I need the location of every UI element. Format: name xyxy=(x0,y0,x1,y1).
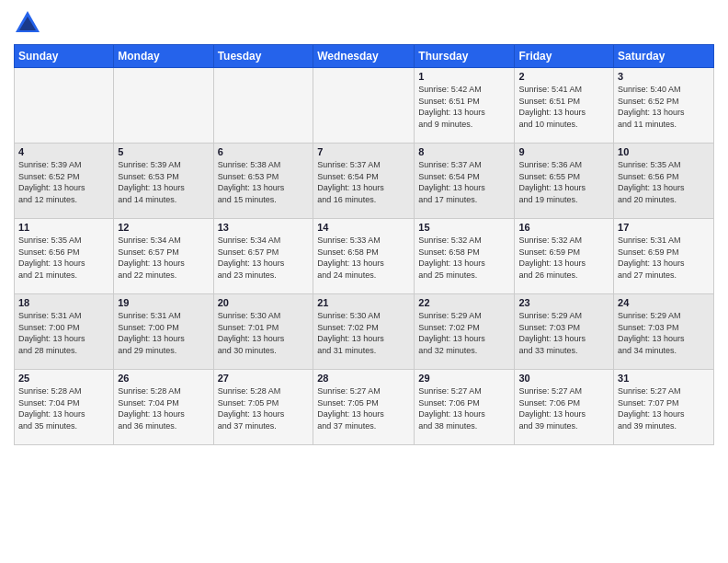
calendar-cell: 11Sunrise: 5:35 AM Sunset: 6:56 PM Dayli… xyxy=(15,219,114,294)
calendar-cell: 27Sunrise: 5:28 AM Sunset: 7:05 PM Dayli… xyxy=(213,370,313,445)
day-info: Sunrise: 5:34 AM Sunset: 6:57 PM Dayligh… xyxy=(118,235,209,281)
day-number: 22 xyxy=(418,297,510,308)
header-row: SundayMondayTuesdayWednesdayThursdayFrid… xyxy=(15,45,714,68)
day-info: Sunrise: 5:28 AM Sunset: 7:04 PM Dayligh… xyxy=(118,385,209,431)
calendar-body: 1Sunrise: 5:42 AM Sunset: 6:51 PM Daylig… xyxy=(15,68,714,445)
day-number: 1 xyxy=(418,71,510,82)
calendar-cell: 8Sunrise: 5:37 AM Sunset: 6:54 PM Daylig… xyxy=(415,144,515,219)
day-info: Sunrise: 5:28 AM Sunset: 7:05 PM Dayligh… xyxy=(218,385,310,431)
calendar-cell: 25Sunrise: 5:28 AM Sunset: 7:04 PM Dayli… xyxy=(15,370,114,445)
calendar-cell xyxy=(15,68,114,144)
day-info: Sunrise: 5:27 AM Sunset: 7:06 PM Dayligh… xyxy=(518,385,609,431)
day-number: 8 xyxy=(418,146,510,157)
day-info: Sunrise: 5:31 AM Sunset: 7:00 PM Dayligh… xyxy=(118,310,209,356)
calendar-cell: 22Sunrise: 5:29 AM Sunset: 7:02 PM Dayli… xyxy=(415,294,515,370)
day-number: 25 xyxy=(18,373,109,384)
day-info: Sunrise: 5:30 AM Sunset: 7:01 PM Dayligh… xyxy=(218,310,310,356)
day-info: Sunrise: 5:36 AM Sunset: 6:55 PM Dayligh… xyxy=(518,159,609,205)
logo xyxy=(14,9,45,37)
calendar-cell: 3Sunrise: 5:40 AM Sunset: 6:52 PM Daylig… xyxy=(614,68,714,144)
day-info: Sunrise: 5:27 AM Sunset: 7:05 PM Dayligh… xyxy=(317,385,410,431)
day-info: Sunrise: 5:31 AM Sunset: 7:00 PM Dayligh… xyxy=(18,310,109,356)
day-number: 11 xyxy=(18,222,109,233)
day-number: 4 xyxy=(18,146,109,157)
day-number: 12 xyxy=(118,222,209,233)
header-sunday: Sunday xyxy=(15,45,114,68)
day-number: 16 xyxy=(518,222,609,233)
calendar-cell: 7Sunrise: 5:37 AM Sunset: 6:54 PM Daylig… xyxy=(313,144,415,219)
day-number: 13 xyxy=(218,222,310,233)
day-info: Sunrise: 5:38 AM Sunset: 6:53 PM Dayligh… xyxy=(218,159,310,205)
calendar-table: SundayMondayTuesdayWednesdayThursdayFrid… xyxy=(14,44,714,445)
calendar-cell: 9Sunrise: 5:36 AM Sunset: 6:55 PM Daylig… xyxy=(515,144,614,219)
day-info: Sunrise: 5:39 AM Sunset: 6:52 PM Dayligh… xyxy=(18,159,109,205)
day-info: Sunrise: 5:37 AM Sunset: 6:54 PM Dayligh… xyxy=(317,159,410,205)
calendar-header: SundayMondayTuesdayWednesdayThursdayFrid… xyxy=(15,45,714,68)
day-number: 7 xyxy=(317,146,410,157)
day-info: Sunrise: 5:35 AM Sunset: 6:56 PM Dayligh… xyxy=(618,159,710,205)
logo-icon xyxy=(14,9,41,37)
calendar-cell: 20Sunrise: 5:30 AM Sunset: 7:01 PM Dayli… xyxy=(213,294,313,370)
calendar-cell xyxy=(313,68,415,144)
calendar-cell: 26Sunrise: 5:28 AM Sunset: 7:04 PM Dayli… xyxy=(114,370,213,445)
day-info: Sunrise: 5:35 AM Sunset: 6:56 PM Dayligh… xyxy=(18,235,109,281)
day-info: Sunrise: 5:29 AM Sunset: 7:03 PM Dayligh… xyxy=(618,310,710,356)
calendar-cell xyxy=(114,68,213,144)
calendar-cell: 18Sunrise: 5:31 AM Sunset: 7:00 PM Dayli… xyxy=(15,294,114,370)
calendar-cell: 30Sunrise: 5:27 AM Sunset: 7:06 PM Dayli… xyxy=(515,370,614,445)
week-row-5: 25Sunrise: 5:28 AM Sunset: 7:04 PM Dayli… xyxy=(15,370,714,445)
header xyxy=(14,9,714,37)
day-number: 31 xyxy=(618,373,710,384)
day-info: Sunrise: 5:33 AM Sunset: 6:58 PM Dayligh… xyxy=(317,235,410,281)
day-number: 29 xyxy=(418,373,510,384)
day-number: 27 xyxy=(218,373,310,384)
calendar-cell: 5Sunrise: 5:39 AM Sunset: 6:53 PM Daylig… xyxy=(114,144,213,219)
day-info: Sunrise: 5:30 AM Sunset: 7:02 PM Dayligh… xyxy=(317,310,410,356)
calendar-cell: 15Sunrise: 5:32 AM Sunset: 6:58 PM Dayli… xyxy=(415,219,515,294)
header-monday: Monday xyxy=(114,45,213,68)
week-row-1: 1Sunrise: 5:42 AM Sunset: 6:51 PM Daylig… xyxy=(15,68,714,144)
header-saturday: Saturday xyxy=(614,45,714,68)
calendar-cell: 12Sunrise: 5:34 AM Sunset: 6:57 PM Dayli… xyxy=(114,219,213,294)
day-info: Sunrise: 5:31 AM Sunset: 6:59 PM Dayligh… xyxy=(618,235,710,281)
calendar-cell: 2Sunrise: 5:41 AM Sunset: 6:51 PM Daylig… xyxy=(515,68,614,144)
day-number: 5 xyxy=(118,146,209,157)
calendar-cell: 23Sunrise: 5:29 AM Sunset: 7:03 PM Dayli… xyxy=(515,294,614,370)
page: SundayMondayTuesdayWednesdayThursdayFrid… xyxy=(0,0,728,454)
calendar-cell: 31Sunrise: 5:27 AM Sunset: 7:07 PM Dayli… xyxy=(614,370,714,445)
calendar-cell: 4Sunrise: 5:39 AM Sunset: 6:52 PM Daylig… xyxy=(15,144,114,219)
calendar-cell: 29Sunrise: 5:27 AM Sunset: 7:06 PM Dayli… xyxy=(415,370,515,445)
day-number: 18 xyxy=(18,297,109,308)
day-number: 21 xyxy=(317,297,410,308)
day-number: 17 xyxy=(618,222,710,233)
week-row-2: 4Sunrise: 5:39 AM Sunset: 6:52 PM Daylig… xyxy=(15,144,714,219)
week-row-4: 18Sunrise: 5:31 AM Sunset: 7:00 PM Dayli… xyxy=(15,294,714,370)
day-number: 6 xyxy=(218,146,310,157)
calendar-cell: 13Sunrise: 5:34 AM Sunset: 6:57 PM Dayli… xyxy=(213,219,313,294)
day-info: Sunrise: 5:27 AM Sunset: 7:07 PM Dayligh… xyxy=(618,385,710,431)
day-info: Sunrise: 5:32 AM Sunset: 6:58 PM Dayligh… xyxy=(418,235,510,281)
calendar-cell: 10Sunrise: 5:35 AM Sunset: 6:56 PM Dayli… xyxy=(614,144,714,219)
day-number: 28 xyxy=(317,373,410,384)
calendar-cell: 17Sunrise: 5:31 AM Sunset: 6:59 PM Dayli… xyxy=(614,219,714,294)
calendar-cell: 21Sunrise: 5:30 AM Sunset: 7:02 PM Dayli… xyxy=(313,294,415,370)
calendar-cell: 24Sunrise: 5:29 AM Sunset: 7:03 PM Dayli… xyxy=(614,294,714,370)
day-info: Sunrise: 5:29 AM Sunset: 7:03 PM Dayligh… xyxy=(518,310,609,356)
day-number: 20 xyxy=(218,297,310,308)
day-info: Sunrise: 5:32 AM Sunset: 6:59 PM Dayligh… xyxy=(518,235,609,281)
calendar-cell: 28Sunrise: 5:27 AM Sunset: 7:05 PM Dayli… xyxy=(313,370,415,445)
day-number: 15 xyxy=(418,222,510,233)
week-row-3: 11Sunrise: 5:35 AM Sunset: 6:56 PM Dayli… xyxy=(15,219,714,294)
calendar-cell xyxy=(213,68,313,144)
day-number: 10 xyxy=(618,146,710,157)
day-number: 26 xyxy=(118,373,209,384)
day-info: Sunrise: 5:37 AM Sunset: 6:54 PM Dayligh… xyxy=(418,159,510,205)
header-tuesday: Tuesday xyxy=(213,45,313,68)
day-info: Sunrise: 5:28 AM Sunset: 7:04 PM Dayligh… xyxy=(18,385,109,431)
day-number: 14 xyxy=(317,222,410,233)
day-info: Sunrise: 5:39 AM Sunset: 6:53 PM Dayligh… xyxy=(118,159,209,205)
calendar-cell: 19Sunrise: 5:31 AM Sunset: 7:00 PM Dayli… xyxy=(114,294,213,370)
header-friday: Friday xyxy=(515,45,614,68)
day-info: Sunrise: 5:34 AM Sunset: 6:57 PM Dayligh… xyxy=(218,235,310,281)
calendar-cell: 1Sunrise: 5:42 AM Sunset: 6:51 PM Daylig… xyxy=(415,68,515,144)
